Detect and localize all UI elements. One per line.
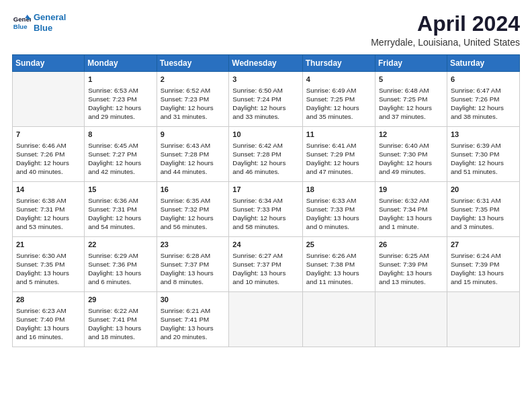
day-info: Sunrise: 6:35 AMSunset: 7:32 PMDaylight:… xyxy=(161,196,226,232)
calendar-cell: 29Sunrise: 6:22 AMSunset: 7:41 PMDayligh… xyxy=(85,292,157,347)
day-info: Sunrise: 6:25 AMSunset: 7:39 PMDaylight:… xyxy=(379,251,443,287)
day-info: Sunrise: 6:52 AMSunset: 7:23 PMDaylight:… xyxy=(161,86,226,122)
calendar-cell xyxy=(447,292,519,347)
calendar-cell: 28Sunrise: 6:23 AMSunset: 7:40 PMDayligh… xyxy=(13,292,85,347)
header: General Blue General Blue April 2024 Mer… xyxy=(12,12,520,48)
calendar-cell: 15Sunrise: 6:36 AMSunset: 7:31 PMDayligh… xyxy=(85,182,157,237)
calendar-cell: 2Sunrise: 6:52 AMSunset: 7:23 PMDaylight… xyxy=(157,72,229,127)
day-info: Sunrise: 6:24 AMSunset: 7:39 PMDaylight:… xyxy=(451,251,516,287)
calendar-cell: 20Sunrise: 6:31 AMSunset: 7:35 PMDayligh… xyxy=(447,182,519,237)
day-number: 19 xyxy=(379,185,443,195)
day-info: Sunrise: 6:28 AMSunset: 7:37 PMDaylight:… xyxy=(161,251,226,287)
day-number: 16 xyxy=(161,185,226,195)
day-number: 22 xyxy=(88,240,152,250)
logo-line2: Blue xyxy=(34,23,52,33)
day-info: Sunrise: 6:26 AMSunset: 7:38 PMDaylight:… xyxy=(306,251,371,287)
day-number: 29 xyxy=(88,295,152,305)
calendar-page: General Blue General Blue April 2024 Mer… xyxy=(0,0,532,411)
day-number: 7 xyxy=(16,130,81,140)
calendar-cell xyxy=(302,292,375,347)
day-number: 21 xyxy=(16,240,81,250)
day-number: 5 xyxy=(379,75,443,85)
calendar-cell: 22Sunrise: 6:29 AMSunset: 7:36 PMDayligh… xyxy=(85,237,157,292)
weekday-header-thursday: Thursday xyxy=(302,55,375,72)
day-info: Sunrise: 6:30 AMSunset: 7:35 PMDaylight:… xyxy=(16,251,81,287)
day-info: Sunrise: 6:21 AMSunset: 7:41 PMDaylight:… xyxy=(161,306,226,342)
day-info: Sunrise: 6:45 AMSunset: 7:27 PMDaylight:… xyxy=(88,141,152,177)
calendar-week-1: 1Sunrise: 6:53 AMSunset: 7:23 PMDaylight… xyxy=(13,72,520,127)
calendar-body: 1Sunrise: 6:53 AMSunset: 7:23 PMDaylight… xyxy=(13,72,520,347)
logo-text: General Blue xyxy=(34,12,66,33)
calendar-cell: 23Sunrise: 6:28 AMSunset: 7:37 PMDayligh… xyxy=(157,237,229,292)
day-info: Sunrise: 6:48 AMSunset: 7:25 PMDaylight:… xyxy=(379,86,443,122)
calendar-cell xyxy=(13,72,85,127)
logo: General Blue General Blue xyxy=(12,12,66,33)
weekday-header-sunday: Sunday xyxy=(13,55,85,72)
day-number: 25 xyxy=(306,240,371,250)
day-info: Sunrise: 6:38 AMSunset: 7:31 PMDaylight:… xyxy=(16,196,81,232)
day-number: 24 xyxy=(232,240,298,250)
day-number: 2 xyxy=(161,75,226,85)
weekday-header-wednesday: Wednesday xyxy=(229,55,302,72)
day-info: Sunrise: 6:23 AMSunset: 7:40 PMDaylight:… xyxy=(16,306,81,342)
calendar-cell: 9Sunrise: 6:43 AMSunset: 7:28 PMDaylight… xyxy=(157,127,229,182)
day-number: 28 xyxy=(16,295,81,305)
calendar-cell xyxy=(229,292,302,347)
day-number: 23 xyxy=(161,240,226,250)
weekday-header-saturday: Saturday xyxy=(447,55,519,72)
logo-icon: General Blue xyxy=(12,13,31,32)
day-number: 9 xyxy=(161,130,226,140)
day-number: 26 xyxy=(379,240,443,250)
calendar-cell: 1Sunrise: 6:53 AMSunset: 7:23 PMDaylight… xyxy=(85,72,157,127)
calendar-week-3: 14Sunrise: 6:38 AMSunset: 7:31 PMDayligh… xyxy=(13,182,520,237)
day-number: 8 xyxy=(88,130,152,140)
day-info: Sunrise: 6:50 AMSunset: 7:24 PMDaylight:… xyxy=(232,86,298,122)
calendar-cell: 18Sunrise: 6:33 AMSunset: 7:33 PMDayligh… xyxy=(302,182,375,237)
calendar-cell: 8Sunrise: 6:45 AMSunset: 7:27 PMDaylight… xyxy=(85,127,157,182)
day-info: Sunrise: 6:31 AMSunset: 7:35 PMDaylight:… xyxy=(451,196,516,232)
calendar-cell: 12Sunrise: 6:40 AMSunset: 7:30 PMDayligh… xyxy=(375,127,447,182)
day-info: Sunrise: 6:34 AMSunset: 7:33 PMDaylight:… xyxy=(232,196,298,232)
svg-text:Blue: Blue xyxy=(13,22,28,30)
calendar-subtitle: Merrydale, Louisiana, United States xyxy=(371,37,520,48)
calendar-cell: 16Sunrise: 6:35 AMSunset: 7:32 PMDayligh… xyxy=(157,182,229,237)
day-info: Sunrise: 6:36 AMSunset: 7:31 PMDaylight:… xyxy=(88,196,152,232)
calendar-cell: 26Sunrise: 6:25 AMSunset: 7:39 PMDayligh… xyxy=(375,237,447,292)
day-number: 14 xyxy=(16,185,81,195)
day-number: 27 xyxy=(451,240,516,250)
day-number: 3 xyxy=(232,75,298,85)
day-number: 15 xyxy=(88,185,152,195)
day-number: 11 xyxy=(306,130,371,140)
weekday-header-monday: Monday xyxy=(85,55,157,72)
calendar-cell: 13Sunrise: 6:39 AMSunset: 7:30 PMDayligh… xyxy=(447,127,519,182)
title-block: April 2024 Merrydale, Louisiana, United … xyxy=(371,12,520,48)
day-info: Sunrise: 6:42 AMSunset: 7:28 PMDaylight:… xyxy=(232,141,298,177)
day-number: 13 xyxy=(451,130,516,140)
day-info: Sunrise: 6:46 AMSunset: 7:26 PMDaylight:… xyxy=(16,141,81,177)
calendar-cell: 6Sunrise: 6:47 AMSunset: 7:26 PMDaylight… xyxy=(447,72,519,127)
calendar-week-2: 7Sunrise: 6:46 AMSunset: 7:26 PMDaylight… xyxy=(13,127,520,182)
day-info: Sunrise: 6:43 AMSunset: 7:28 PMDaylight:… xyxy=(161,141,226,177)
calendar-cell: 5Sunrise: 6:48 AMSunset: 7:25 PMDaylight… xyxy=(375,72,447,127)
day-info: Sunrise: 6:49 AMSunset: 7:25 PMDaylight:… xyxy=(306,86,371,122)
day-number: 20 xyxy=(451,185,516,195)
day-info: Sunrise: 6:29 AMSunset: 7:36 PMDaylight:… xyxy=(88,251,152,287)
calendar-cell: 19Sunrise: 6:32 AMSunset: 7:34 PMDayligh… xyxy=(375,182,447,237)
calendar-cell: 17Sunrise: 6:34 AMSunset: 7:33 PMDayligh… xyxy=(229,182,302,237)
weekday-header-friday: Friday xyxy=(375,55,447,72)
day-number: 18 xyxy=(306,185,371,195)
calendar-table: SundayMondayTuesdayWednesdayThursdayFrid… xyxy=(12,54,520,347)
weekday-header-tuesday: Tuesday xyxy=(157,55,229,72)
calendar-cell: 25Sunrise: 6:26 AMSunset: 7:38 PMDayligh… xyxy=(302,237,375,292)
calendar-cell: 3Sunrise: 6:50 AMSunset: 7:24 PMDaylight… xyxy=(229,72,302,127)
day-number: 1 xyxy=(88,75,152,85)
calendar-cell: 11Sunrise: 6:41 AMSunset: 7:29 PMDayligh… xyxy=(302,127,375,182)
calendar-cell: 7Sunrise: 6:46 AMSunset: 7:26 PMDaylight… xyxy=(13,127,85,182)
calendar-week-5: 28Sunrise: 6:23 AMSunset: 7:40 PMDayligh… xyxy=(13,292,520,347)
day-info: Sunrise: 6:39 AMSunset: 7:30 PMDaylight:… xyxy=(451,141,516,177)
day-info: Sunrise: 6:41 AMSunset: 7:29 PMDaylight:… xyxy=(306,141,371,177)
calendar-cell: 10Sunrise: 6:42 AMSunset: 7:28 PMDayligh… xyxy=(229,127,302,182)
day-number: 4 xyxy=(306,75,371,85)
day-number: 12 xyxy=(379,130,443,140)
calendar-title: April 2024 xyxy=(371,12,520,36)
